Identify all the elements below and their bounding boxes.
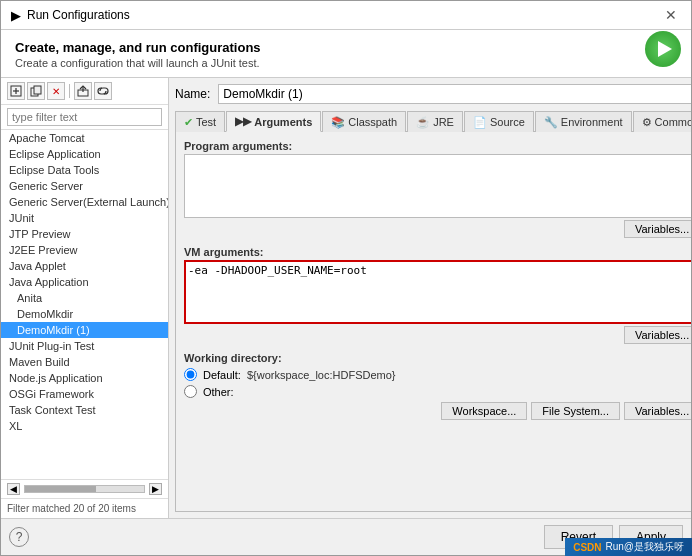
default-radio-row: Default: ${workspace_loc:HDFSDemo}	[184, 368, 691, 381]
test-tab-icon: ✔	[184, 116, 193, 129]
title-bar-left: ▶ Run Configurations	[11, 8, 130, 23]
header-subtitle: Create a configuration that will launch …	[15, 57, 677, 69]
list-item-junit-plugin[interactable]: JUnit Plug-in Test	[1, 338, 168, 354]
filesystem-button[interactable]: File System...	[531, 402, 620, 420]
scroll-right-btn[interactable]: ▶	[149, 483, 162, 495]
arguments-tab-label: Arguments	[254, 116, 312, 128]
help-symbol: ?	[16, 530, 23, 544]
run-banner-text: Run@是我独乐呀	[606, 540, 685, 554]
duplicate-config-button[interactable]	[27, 82, 45, 100]
working-dir-label: Working directory:	[184, 352, 691, 364]
other-radio-row: Other:	[184, 385, 691, 398]
vm-args-group: VM arguments: -ea -DHADOOP_USER_NAME=roo…	[184, 246, 691, 344]
default-dir-value: ${workspace_loc:HDFSDemo}	[247, 369, 396, 381]
dir-variables-button[interactable]: Variables...	[624, 402, 691, 420]
tab-jre[interactable]: ☕ JRE	[407, 111, 463, 132]
environment-tab-label: Environment	[561, 116, 623, 128]
source-tab-label: Source	[490, 116, 525, 128]
close-button[interactable]: ✕	[661, 7, 681, 23]
tab-content-arguments: Program arguments: Variables... VM argum…	[175, 132, 691, 512]
title-bar: ▶ Run Configurations ✕	[1, 1, 691, 30]
jre-tab-label: JRE	[433, 116, 454, 128]
source-tab-icon: 📄	[473, 116, 487, 129]
list-item-java-application[interactable]: Java Application	[1, 274, 168, 290]
run-button[interactable]	[645, 31, 681, 67]
list-item[interactable]: Generic Server(External Launch)	[1, 194, 168, 210]
scroll-thumb	[25, 486, 96, 492]
program-args-variables-button[interactable]: Variables...	[624, 220, 691, 238]
list-item-demomkdir[interactable]: DemoMkdir	[1, 306, 168, 322]
toolbar-separator	[69, 84, 70, 98]
tab-classpath[interactable]: 📚 Classpath	[322, 111, 406, 132]
list-item-maven[interactable]: Maven Build	[1, 354, 168, 370]
link-config-button[interactable]	[94, 82, 112, 100]
list-item[interactable]: J2EE Preview	[1, 242, 168, 258]
sidebar-toolbar: ✕	[1, 78, 168, 105]
tab-common[interactable]: ⚙ Common	[633, 111, 691, 132]
csdn-label: CSDN	[573, 542, 601, 553]
tabs: ✔ Test ▶▶ Arguments 📚 Classpath ☕ JRE 📄	[175, 110, 691, 132]
environment-tab-icon: 🔧	[544, 116, 558, 129]
window-icon: ▶	[11, 8, 21, 23]
name-label: Name:	[175, 87, 210, 101]
name-input[interactable]	[218, 84, 691, 104]
tab-environment[interactable]: 🔧 Environment	[535, 111, 632, 132]
new-config-button[interactable]	[7, 82, 25, 100]
tab-source[interactable]: 📄 Source	[464, 111, 534, 132]
help-button[interactable]: ?	[9, 527, 29, 547]
bottom-banner: CSDN Run@是我独乐呀	[565, 538, 692, 556]
list-item[interactable]: JTP Preview	[1, 226, 168, 242]
search-input[interactable]	[7, 108, 162, 126]
common-tab-icon: ⚙	[642, 116, 652, 129]
common-tab-label: Common	[655, 116, 691, 128]
sidebar-footer: Filter matched 20 of 20 items	[1, 498, 168, 518]
list-item[interactable]: Apache Tomcat	[1, 130, 168, 146]
classpath-tab-label: Classpath	[348, 116, 397, 128]
content: ✕ Apache Tomcat Eclipse Application Ecli…	[1, 78, 691, 518]
test-tab-label: Test	[196, 116, 216, 128]
scroll-track	[24, 485, 145, 493]
run-configurations-window: ▶ Run Configurations ✕ Create, manage, a…	[0, 0, 692, 556]
default-radio-label: Default:	[203, 369, 241, 381]
list-item-demomkdir-1[interactable]: DemoMkdir (1)	[1, 322, 168, 338]
list-item[interactable]: Java Applet	[1, 258, 168, 274]
svg-rect-4	[34, 86, 41, 94]
sidebar-scroll: ◀ ▶	[1, 479, 168, 498]
export-config-button[interactable]	[74, 82, 92, 100]
list-item-osgi[interactable]: OSGi Framework	[1, 386, 168, 402]
sidebar: ✕ Apache Tomcat Eclipse Application Ecli…	[1, 78, 169, 518]
default-radio[interactable]	[184, 368, 197, 381]
name-row: Name:	[175, 84, 691, 104]
list-item-anita[interactable]: Anita	[1, 290, 168, 306]
tab-arguments[interactable]: ▶▶ Arguments	[226, 111, 321, 132]
main-panel: Name: ✔ Test ▶▶ Arguments 📚 Classpath	[169, 78, 691, 518]
header-section: Create, manage, and run configurations C…	[1, 30, 691, 78]
other-radio-label: Other:	[203, 386, 234, 398]
vm-args-variables-button[interactable]: Variables...	[624, 326, 691, 344]
program-args-group: Program arguments: Variables...	[184, 140, 691, 238]
other-radio[interactable]	[184, 385, 197, 398]
scroll-left-btn[interactable]: ◀	[7, 483, 20, 495]
jre-tab-icon: ☕	[416, 116, 430, 129]
list-item[interactable]: Eclipse Application	[1, 146, 168, 162]
header-title: Create, manage, and run configurations	[15, 40, 677, 55]
window-title: Run Configurations	[27, 8, 130, 22]
list-item[interactable]: JUnit	[1, 210, 168, 226]
list-item-nodejs[interactable]: Node.js Application	[1, 370, 168, 386]
program-args-textarea[interactable]	[184, 154, 691, 218]
sidebar-list: Apache Tomcat Eclipse Application Eclips…	[1, 130, 168, 479]
list-item-xl[interactable]: XL	[1, 418, 168, 434]
vm-args-textarea[interactable]: -ea -DHADOOP_USER_NAME=root	[184, 260, 691, 324]
arguments-tab-icon: ▶▶	[235, 115, 251, 128]
dir-buttons: Workspace... File System... Variables...	[184, 402, 691, 420]
workspace-button[interactable]: Workspace...	[441, 402, 527, 420]
program-args-label: Program arguments:	[184, 140, 691, 152]
tab-test[interactable]: ✔ Test	[175, 111, 225, 132]
working-dir-group: Working directory: Default: ${workspace_…	[184, 352, 691, 420]
vm-args-label: VM arguments:	[184, 246, 691, 258]
list-item[interactable]: Generic Server	[1, 178, 168, 194]
list-item[interactable]: Eclipse Data Tools	[1, 162, 168, 178]
search-box	[1, 105, 168, 130]
delete-config-button[interactable]: ✕	[47, 82, 65, 100]
list-item-task-context[interactable]: Task Context Test	[1, 402, 168, 418]
